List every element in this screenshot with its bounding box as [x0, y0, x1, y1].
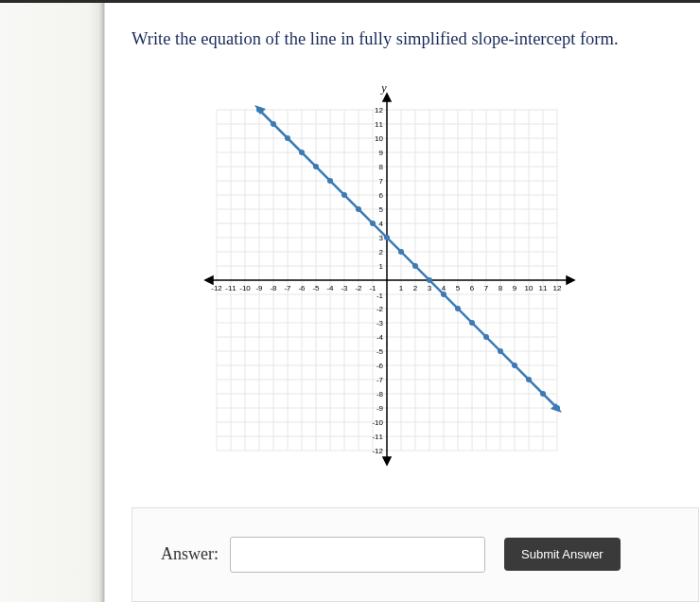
svg-text:-12: -12	[211, 284, 222, 292]
svg-text:-5: -5	[376, 347, 384, 356]
svg-text:-4: -4	[376, 333, 384, 342]
svg-point-106	[271, 121, 276, 127]
page-edge-sidebar	[0, 3, 104, 602]
svg-point-107	[285, 135, 290, 141]
svg-marker-51	[205, 276, 213, 284]
svg-point-109	[313, 164, 319, 169]
submit-button[interactable]: Submit Answer	[504, 538, 621, 571]
svg-text:9: 9	[379, 149, 384, 157]
svg-text:-2: -2	[376, 305, 384, 313]
svg-point-120	[469, 320, 475, 326]
svg-text:8: 8	[379, 163, 384, 171]
svg-text:-6: -6	[376, 362, 384, 370]
svg-text:-10: -10	[372, 418, 383, 427]
svg-text:-3: -3	[341, 284, 348, 292]
svg-text:6: 6	[470, 284, 475, 292]
svg-text:-11: -11	[225, 284, 236, 292]
coordinate-graph: x y -12 -11 -10 -9 -8 -7 -6 -5 -4 -3 -2 …	[198, 86, 576, 474]
svg-text:-2: -2	[355, 284, 362, 292]
svg-point-116	[412, 263, 418, 269]
svg-text:5: 5	[379, 205, 384, 214]
svg-text:-3: -3	[376, 319, 384, 328]
svg-marker-50	[567, 276, 574, 284]
svg-point-119	[455, 306, 461, 311]
svg-point-114	[384, 235, 390, 240]
axes	[205, 94, 574, 465]
svg-text:2: 2	[379, 248, 384, 257]
svg-point-113	[370, 221, 376, 226]
svg-text:5: 5	[456, 284, 461, 292]
answer-label: Answer:	[161, 544, 219, 564]
svg-text:4: 4	[442, 284, 446, 292]
svg-point-111	[341, 192, 347, 198]
svg-text:9: 9	[513, 284, 517, 292]
question-text: Write the equation of the line in fully …	[131, 27, 700, 53]
svg-text:-9: -9	[255, 284, 263, 292]
svg-marker-52	[383, 94, 391, 101]
main-content: Write the equation of the line in fully …	[104, 3, 700, 602]
svg-point-115	[398, 249, 404, 255]
svg-text:3: 3	[428, 284, 432, 292]
svg-text:8: 8	[499, 284, 503, 292]
svg-text:1: 1	[379, 262, 384, 271]
svg-text:11: 11	[375, 120, 383, 129]
svg-point-117	[427, 277, 432, 283]
svg-text:-7: -7	[284, 284, 291, 292]
answer-input[interactable]	[230, 537, 485, 573]
svg-point-112	[356, 206, 361, 212]
svg-marker-53	[383, 457, 391, 465]
svg-point-110	[327, 178, 333, 184]
svg-text:12: 12	[553, 284, 562, 292]
svg-point-105	[256, 107, 262, 113]
svg-point-126	[554, 405, 560, 411]
svg-text:-12: -12	[372, 447, 383, 455]
svg-text:10: 10	[525, 284, 534, 292]
y-axis-label: y	[380, 86, 387, 95]
plotted-line	[254, 105, 562, 413]
answer-box: Answer: Submit Answer	[131, 507, 699, 602]
svg-text:11: 11	[539, 284, 548, 292]
svg-text:-10: -10	[239, 284, 251, 292]
svg-text:10: 10	[375, 134, 383, 143]
svg-text:2: 2	[413, 284, 418, 292]
svg-point-122	[498, 348, 503, 354]
svg-text:-7: -7	[376, 376, 384, 384]
svg-text:6: 6	[379, 191, 384, 200]
svg-text:1: 1	[399, 284, 404, 292]
svg-text:4: 4	[379, 220, 384, 228]
svg-point-108	[299, 150, 305, 155]
svg-text:12: 12	[375, 106, 383, 115]
svg-text:-8: -8	[270, 284, 277, 292]
svg-text:-1: -1	[376, 292, 384, 300]
svg-line-102	[259, 110, 557, 408]
svg-text:-9: -9	[376, 404, 384, 413]
svg-point-118	[441, 292, 446, 297]
svg-text:7: 7	[379, 177, 384, 186]
graph-svg: x y -12 -11 -10 -9 -8 -7 -6 -5 -4 -3 -2 …	[198, 86, 576, 474]
svg-point-123	[512, 363, 517, 368]
svg-text:-8: -8	[376, 390, 384, 398]
svg-text:-5: -5	[312, 284, 320, 292]
svg-text:7: 7	[484, 284, 489, 292]
svg-point-121	[483, 334, 489, 340]
svg-point-124	[526, 377, 532, 382]
svg-text:-6: -6	[298, 284, 306, 292]
svg-point-125	[540, 391, 546, 397]
svg-text:-4: -4	[326, 284, 334, 292]
svg-text:-11: -11	[372, 433, 383, 441]
